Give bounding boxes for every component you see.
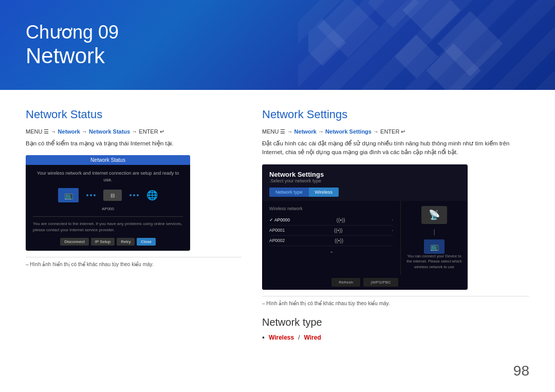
header-decoration bbox=[308, 0, 514, 90]
dot bbox=[86, 194, 88, 196]
wifi-signal-1: ((•)) bbox=[337, 217, 345, 223]
right-note: Hình ảnh hiển thị có thể khác nhau tùy t… bbox=[262, 296, 529, 306]
ns-bottom-buttons: Refresh (WPS/PBC bbox=[262, 275, 468, 290]
wifi-name-3: AP0002 bbox=[269, 238, 285, 243]
menu-arrow3-r: → bbox=[373, 128, 380, 135]
option-separator: / bbox=[298, 334, 300, 341]
enter-icon-r: ↵ bbox=[401, 128, 405, 135]
ns-header: Network Settings .Select your network ty… bbox=[262, 164, 468, 188]
screen-buttons-row: Disconnect IP Setup Retry Close bbox=[33, 238, 183, 246]
connection-line-icon: | bbox=[433, 228, 435, 235]
network-type-title: Network type bbox=[262, 316, 529, 328]
menu-network: Network bbox=[58, 128, 80, 135]
ns-content: Wireless network ✓ AP0000 ((•)) › AP0001… bbox=[262, 201, 468, 275]
wifi-signal-2: ((•)) bbox=[334, 228, 343, 233]
ns-tv-icon: 📺 bbox=[424, 239, 445, 254]
dot bbox=[130, 194, 132, 196]
bullet-dot: • bbox=[262, 333, 265, 342]
disconnect-button[interactable]: Disconnect bbox=[60, 238, 89, 246]
ns-type-row: Network type Wireless bbox=[262, 188, 468, 201]
page-header: Chương 09 Network bbox=[0, 0, 555, 90]
network-settings-title: Network Settings bbox=[262, 108, 529, 121]
right-description: Đặt cấu hình các cài đặt mạng để sử dụng… bbox=[262, 139, 529, 157]
menu-arrow3: → bbox=[132, 128, 139, 135]
chapter-label: Chương 09 bbox=[26, 21, 119, 43]
tv-icon: 📺 bbox=[58, 188, 79, 202]
menu-arrow1: → bbox=[51, 128, 58, 135]
retry-button[interactable]: Retry bbox=[117, 238, 135, 246]
refresh-button[interactable]: Refresh bbox=[331, 278, 360, 287]
enter-icon: ↵ bbox=[160, 128, 164, 135]
menu-arrow1-r: → bbox=[287, 128, 294, 135]
section-label: Network bbox=[26, 43, 119, 69]
wifi-name-1: ✓ AP0000 bbox=[269, 217, 290, 222]
menu-arrow2-r: → bbox=[318, 128, 325, 135]
wps-pbc-button[interactable]: (WPS/PBC bbox=[363, 278, 398, 287]
dot bbox=[137, 194, 139, 196]
menu-prefix: MENU bbox=[26, 128, 44, 135]
network-status-title: Network Status bbox=[26, 108, 242, 121]
menu-network-status: Network Status bbox=[89, 128, 130, 135]
wired-option: Wired bbox=[304, 334, 321, 341]
network-status-screenshot: Network Status Your wireless network and… bbox=[26, 155, 190, 251]
wifi-arrow-2: › bbox=[392, 228, 393, 233]
menu-arrow2: → bbox=[82, 128, 89, 135]
screen-bottom-message: You are connected to the Internet. If yo… bbox=[33, 221, 183, 232]
ns-type-label: Network type bbox=[269, 188, 309, 197]
left-column: Network Status MENU ☰ → Network → Networ… bbox=[26, 108, 242, 342]
network-type-list: • Wireless / Wired bbox=[262, 333, 529, 342]
ns-screenshot-title: Network Settings bbox=[269, 171, 460, 178]
wireless-option: Wireless bbox=[269, 334, 294, 341]
dot bbox=[90, 194, 92, 196]
connection-dots bbox=[86, 194, 96, 196]
wifi-item-3[interactable]: AP0002 ((•)) bbox=[269, 236, 393, 246]
ns-right-panel: 📡 | 📺 You can connect your Device to the… bbox=[401, 201, 468, 275]
ns-subtitle: .Select your network type bbox=[269, 178, 460, 183]
menu-network-settings: Network Settings bbox=[325, 128, 372, 135]
internet-icon: 🌐 bbox=[146, 190, 158, 201]
wifi-arrow-1: › bbox=[392, 218, 393, 222]
ns-type-value: Wireless bbox=[309, 188, 339, 197]
left-note: Hình ảnh hiển thị có thể khác nhau tùy t… bbox=[26, 257, 242, 267]
menu-icon: ☰ bbox=[44, 128, 49, 135]
ns-wireless-label: Wireless network bbox=[269, 206, 393, 211]
header-title: Chương 09 Network bbox=[26, 21, 119, 69]
wifi-item-1[interactable]: ✓ AP0000 ((•)) › bbox=[269, 215, 393, 226]
ns-help-text: You can connect your Device to the inter… bbox=[406, 254, 462, 270]
screenshot-titlebar: Network Status bbox=[26, 155, 190, 165]
content-area: Network Status MENU ☰ → Network → Networ… bbox=[0, 90, 555, 352]
left-description: Bạn có thể kiểm tra mạng và trạng thái I… bbox=[26, 139, 242, 148]
close-button[interactable]: Close bbox=[137, 238, 155, 246]
wifi-item-2[interactable]: AP0001 ((•)) › bbox=[269, 226, 393, 236]
menu-prefix-r: MENU bbox=[262, 128, 280, 135]
menu-path-right: MENU ☰ → Network → Network Settings → EN… bbox=[262, 128, 529, 135]
wifi-name-2: AP0001 bbox=[269, 228, 285, 233]
menu-path-left: MENU ☰ → Network → Network Status → ENTE… bbox=[26, 128, 242, 135]
page-number: 98 bbox=[513, 363, 529, 379]
screen-icons: 📺 ⊟ 🌐 bbox=[33, 188, 183, 202]
ns-router-icon: 📡 bbox=[421, 206, 447, 224]
screen-divider bbox=[33, 216, 183, 217]
screen-top-message: Your wireless network and Internet conne… bbox=[33, 170, 183, 183]
menu-network-r: Network bbox=[294, 128, 317, 135]
scroll-indicator: ⌄ bbox=[269, 248, 393, 254]
ap-label: AP000 bbox=[33, 207, 183, 211]
ns-device-icons: 📡 | 📺 bbox=[406, 206, 462, 254]
wifi-signal-3: ((•)) bbox=[335, 238, 343, 244]
router-icon: ⊟ bbox=[103, 190, 122, 201]
network-settings-screenshot: Network Settings .Select your network ty… bbox=[262, 164, 468, 290]
network-type-section: Network type • Wireless / Wired bbox=[262, 316, 529, 342]
ns-wifi-list: Wireless network ✓ AP0000 ((•)) › AP0001… bbox=[262, 201, 401, 275]
menu-enter: ENTER bbox=[139, 128, 158, 135]
dot bbox=[94, 194, 96, 196]
dot bbox=[133, 194, 135, 196]
screenshot-body: Your wireless network and Internet conne… bbox=[26, 165, 190, 251]
right-column: Network Settings MENU ☰ → Network → Netw… bbox=[262, 108, 529, 342]
menu-enter-r: ENTER bbox=[380, 128, 399, 135]
ip-setup-button[interactable]: IP Setup bbox=[91, 238, 115, 246]
menu-icon-r: ☰ bbox=[280, 128, 285, 135]
connection-dots bbox=[130, 194, 139, 196]
